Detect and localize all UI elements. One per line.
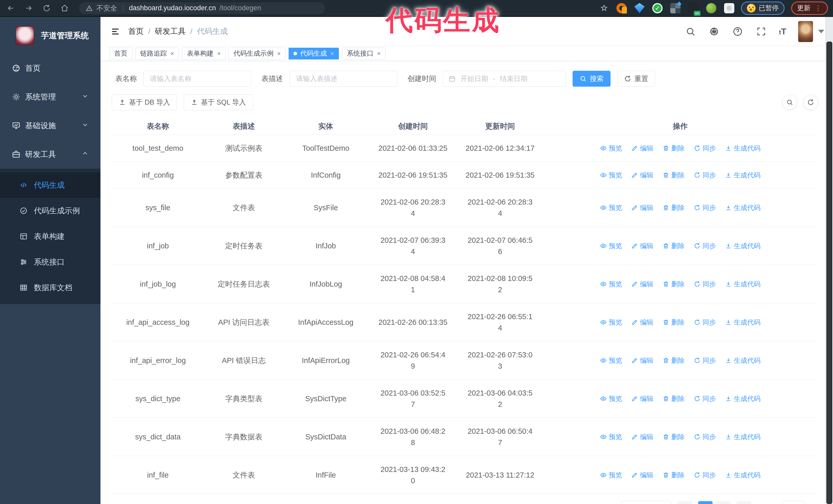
generate-code-link[interactable]: 生成代码 xyxy=(725,202,760,213)
preview-link[interactable]: 预览 xyxy=(600,169,622,181)
table-name-input[interactable] xyxy=(144,71,251,87)
breadcrumb-home[interactable]: 首页 xyxy=(128,26,144,37)
avatar[interactable] xyxy=(798,21,813,42)
page-scrollbar[interactable] xyxy=(825,17,833,504)
edit-link[interactable]: 编辑 xyxy=(631,355,653,366)
help-icon[interactable] xyxy=(732,26,743,38)
edit-link[interactable]: 编辑 xyxy=(631,393,653,404)
tab-close-icon[interactable]: × xyxy=(330,50,334,57)
tab-4[interactable]: 代码生成示例 × xyxy=(229,48,286,59)
puzzle-extension-icon[interactable] xyxy=(724,3,734,13)
sidebar-item-4[interactable]: 研发工具 xyxy=(0,140,100,169)
blue-gem-extension-icon[interactable] xyxy=(634,3,645,13)
generate-code-link[interactable]: 生成代码 xyxy=(725,470,760,481)
orange-ring-extension-icon[interactable] xyxy=(616,3,627,13)
prev-page-button[interactable]: ‹ xyxy=(678,501,692,504)
page-number-button[interactable]: 1 xyxy=(698,501,713,504)
breadcrumb-dev-tools[interactable]: 研发工具 xyxy=(155,26,186,37)
generate-code-link[interactable]: 生成代码 xyxy=(725,169,760,181)
generate-code-link[interactable]: 生成代码 xyxy=(725,279,760,290)
delete-link[interactable]: 删除 xyxy=(663,279,685,290)
preview-link[interactable]: 预览 xyxy=(600,470,622,481)
sync-link[interactable]: 同步 xyxy=(694,169,716,181)
sync-link[interactable]: 同步 xyxy=(694,470,716,481)
preview-link[interactable]: 预览 xyxy=(600,240,622,251)
reset-button[interactable]: 重置 xyxy=(617,71,655,87)
tab-close-icon[interactable]: × xyxy=(377,50,381,57)
delete-link[interactable]: 删除 xyxy=(663,169,685,181)
preview-link[interactable]: 预览 xyxy=(600,431,622,442)
grid-drop-extension-icon[interactable] xyxy=(670,3,681,13)
address-bar[interactable]: 不安全 dashboard.yudao.iocoder.cn/tool/code… xyxy=(79,2,325,14)
browser-menu-dots-icon[interactable]: ⋮ xyxy=(814,4,822,12)
sidebar-subitem-4[interactable]: 系统接口 xyxy=(0,249,100,275)
browser-back-icon[interactable] xyxy=(5,3,17,14)
edit-link[interactable]: 编辑 xyxy=(631,169,653,181)
edit-link[interactable]: 编辑 xyxy=(631,279,653,290)
delete-link[interactable]: 删除 xyxy=(663,202,685,213)
preview-link[interactable]: 预览 xyxy=(600,202,622,213)
sync-link[interactable]: 同步 xyxy=(694,393,716,404)
refresh-table-button[interactable] xyxy=(803,95,818,110)
sync-link[interactable]: 同步 xyxy=(694,240,716,251)
sidebar-item-3[interactable]: 基础设施 xyxy=(0,111,100,140)
edit-link[interactable]: 编辑 xyxy=(631,240,653,251)
preview-link[interactable]: 预览 xyxy=(600,143,622,154)
sync-link[interactable]: 同步 xyxy=(694,431,716,442)
generate-code-link[interactable]: 生成代码 xyxy=(725,355,760,366)
table-desc-input[interactable] xyxy=(290,71,397,87)
header-search-icon[interactable] xyxy=(685,26,696,38)
delete-link[interactable]: 删除 xyxy=(663,393,685,404)
fullscreen-icon[interactable] xyxy=(755,26,767,38)
tab-5[interactable]: 代码生成 × xyxy=(289,48,339,59)
toggle-search-button[interactable] xyxy=(782,95,797,110)
dark-on-extension-icon[interactable] xyxy=(688,3,698,13)
browser-home-icon[interactable] xyxy=(59,3,70,14)
delete-link[interactable]: 删除 xyxy=(663,355,685,366)
preview-link[interactable]: 预览 xyxy=(600,317,622,328)
browser-reload-icon[interactable] xyxy=(41,3,52,14)
generate-code-link[interactable]: 生成代码 xyxy=(725,143,760,154)
sidebar-subitem-1[interactable]: 代码生成 xyxy=(0,172,100,198)
tab-close-icon[interactable]: × xyxy=(277,50,281,57)
github-icon[interactable] xyxy=(708,26,720,38)
delete-link[interactable]: 删除 xyxy=(663,240,685,251)
generate-code-link[interactable]: 生成代码 xyxy=(725,240,760,251)
edit-link[interactable]: 编辑 xyxy=(631,143,653,154)
paused-badge[interactable]: 已暂停 xyxy=(741,2,785,15)
font-size-icon[interactable]: tT xyxy=(779,26,786,37)
generate-code-link[interactable]: 生成代码 xyxy=(725,393,760,404)
bookmark-star-icon[interactable] xyxy=(598,3,610,14)
edit-link[interactable]: 编辑 xyxy=(631,317,653,328)
delete-link[interactable]: 删除 xyxy=(663,143,685,154)
goto-page-input[interactable] xyxy=(782,501,805,504)
user-menu[interactable] xyxy=(798,21,824,42)
preview-link[interactable]: 预览 xyxy=(600,355,622,366)
sync-link[interactable]: 同步 xyxy=(694,279,716,290)
tab-6[interactable]: 系统接口 × xyxy=(342,48,385,59)
green-bot-extension-icon[interactable] xyxy=(706,3,716,13)
sidebar-fold-icon[interactable] xyxy=(109,25,121,38)
edit-link[interactable]: 编辑 xyxy=(631,431,653,442)
tab-close-icon[interactable]: × xyxy=(217,50,221,57)
preview-link[interactable]: 预览 xyxy=(600,279,622,290)
preview-link[interactable]: 预览 xyxy=(600,393,622,404)
date-range-picker[interactable]: 开始日期 - 结束日期 xyxy=(443,71,566,87)
sidebar-item-1[interactable]: 首页 xyxy=(0,54,100,82)
import-db-button[interactable]: 基于 DB 导入 xyxy=(112,94,177,110)
sidebar-subitem-5[interactable]: 数据库文档 xyxy=(0,275,100,301)
edit-link[interactable]: 编辑 xyxy=(631,470,653,481)
sync-link[interactable]: 同步 xyxy=(694,355,716,366)
generate-code-link[interactable]: 生成代码 xyxy=(725,431,760,442)
sync-link[interactable]: 同步 xyxy=(694,143,716,154)
page-size-select[interactable]: 10条/页 xyxy=(621,501,671,504)
generate-code-link[interactable]: 生成代码 xyxy=(725,317,760,328)
import-sql-button[interactable]: 基于 SQL 导入 xyxy=(184,94,253,110)
delete-link[interactable]: 删除 xyxy=(663,317,685,328)
page-number-button[interactable]: 2 xyxy=(716,501,731,504)
scrollbar-thumb[interactable] xyxy=(826,42,832,504)
browser-forward-icon[interactable] xyxy=(23,3,34,14)
sidebar-item-2[interactable]: 系统管理 xyxy=(0,82,100,111)
sidebar-subitem-3[interactable]: 表单构建 xyxy=(0,223,100,249)
tab-2[interactable]: 链路追踪 × xyxy=(135,48,179,59)
